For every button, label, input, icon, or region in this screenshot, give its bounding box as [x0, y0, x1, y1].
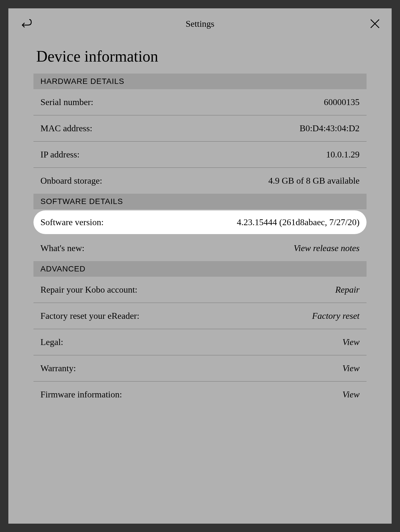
header-bar: Settings	[8, 8, 392, 36]
storage-value: 4.9 GB of 8 GB available	[268, 176, 360, 186]
warranty-row[interactable]: Warranty: View	[33, 355, 367, 382]
mac-address-row: MAC address: B0:D4:43:04:D2	[33, 115, 367, 142]
close-icon[interactable]	[369, 18, 380, 29]
serial-number-value: 60000135	[324, 97, 360, 107]
serial-number-label: Serial number:	[40, 97, 93, 107]
page-title: Device information	[33, 47, 367, 65]
software-version-row: Software version: 4.23.15444 (261d8abaec…	[33, 210, 367, 234]
warranty-label: Warranty:	[40, 363, 76, 373]
serial-number-row: Serial number: 60000135	[33, 89, 367, 115]
back-icon[interactable]	[20, 17, 33, 31]
hardware-section-header: HARDWARE DETAILS	[33, 74, 367, 89]
software-section-header: SOFTWARE DETAILS	[33, 194, 367, 209]
factory-reset-row[interactable]: Factory reset your eReader: Factory rese…	[33, 303, 367, 329]
firmware-info-row[interactable]: Firmware information: View	[33, 382, 367, 407]
factory-reset-button[interactable]: Factory reset	[312, 311, 360, 321]
settings-screen: Settings Device information HARDWARE DET…	[8, 8, 392, 524]
repair-account-label: Repair your Kobo account:	[40, 285, 137, 295]
software-version-value: 4.23.15444 (261d8abaec, 7/27/20)	[237, 217, 360, 227]
software-version-label: Software version:	[40, 217, 104, 227]
content-area: Device information HARDWARE DETAILS Seri…	[8, 36, 392, 407]
ip-address-value: 10.0.1.29	[326, 149, 360, 160]
ip-address-row: IP address: 10.0.1.29	[33, 142, 367, 168]
whats-new-row[interactable]: What's new: View release notes	[33, 235, 367, 261]
mac-address-label: MAC address:	[40, 123, 92, 133]
firmware-view-button[interactable]: View	[342, 389, 360, 400]
warranty-view-button[interactable]: View	[342, 363, 360, 373]
repair-account-row[interactable]: Repair your Kobo account: Repair	[33, 277, 367, 303]
whats-new-label: What's new:	[40, 243, 85, 253]
advanced-section-header: ADVANCED	[33, 261, 367, 277]
storage-label: Onboard storage:	[40, 176, 102, 186]
legal-row[interactable]: Legal: View	[33, 329, 367, 355]
legal-view-button[interactable]: View	[342, 337, 360, 347]
ip-address-label: IP address:	[40, 149, 79, 160]
header-title: Settings	[185, 19, 214, 29]
storage-row: Onboard storage: 4.9 GB of 8 GB availabl…	[33, 168, 367, 194]
mac-address-value: B0:D4:43:04:D2	[300, 123, 360, 133]
release-notes-link[interactable]: View release notes	[294, 243, 360, 253]
firmware-info-label: Firmware information:	[40, 389, 122, 400]
legal-label: Legal:	[40, 337, 63, 347]
repair-button[interactable]: Repair	[335, 285, 360, 295]
factory-reset-label: Factory reset your eReader:	[40, 311, 139, 321]
